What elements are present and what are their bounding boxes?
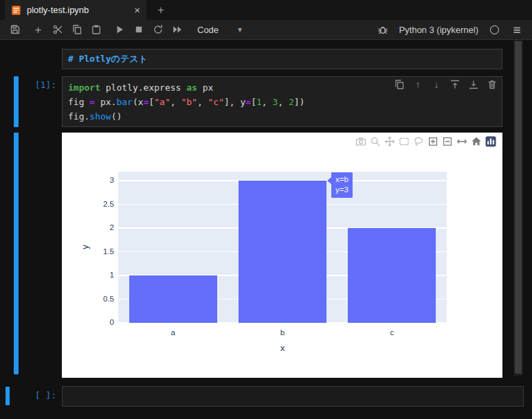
markdown-cell[interactable]: # Plotlyのテスト [62, 49, 502, 69]
plotly-modebar [355, 135, 496, 147]
chart-bar-c[interactable] [348, 228, 436, 323]
plot-area [118, 172, 447, 323]
chart-bar-a[interactable] [129, 275, 217, 323]
y-tick-label: 2 [84, 223, 114, 231]
code-line: fig.show() [68, 109, 496, 124]
notebook-area: # Plotlyのテスト [1]: import plotly.express … [0, 40, 532, 419]
code-cell[interactable]: import plotly.express as pxfig = px.bar(… [62, 76, 502, 127]
y-tick-label: 0.5 [84, 295, 114, 303]
y-tick-label: 1.5 [84, 247, 114, 256]
y-tick-label: 3 [84, 176, 114, 184]
tab-title: plotly-test.ipynb [27, 5, 129, 15]
paste-icon[interactable] [88, 22, 104, 38]
markdown-source: # Plotlyのテスト [68, 53, 496, 65]
zoom-icon[interactable] [369, 135, 381, 147]
run-icon[interactable] [111, 22, 127, 38]
notebook-toolbar: + Code ▾ Python 3 (ipykernel) ≡ [0, 20, 532, 40]
move-down-icon[interactable]: ↓ [431, 79, 442, 90]
plotly-logo-icon[interactable] [485, 135, 496, 147]
x-tick-label: b [228, 328, 337, 337]
y-tick-label: 2.5 [84, 200, 114, 208]
kernel-controls: Python 3 (ipykernel) ≡ [376, 23, 525, 36]
hover-tooltip: x=b y=3 [331, 172, 353, 198]
x-tick-label: a [118, 328, 228, 337]
y-tick-label: 0 [84, 318, 114, 326]
zoom-out-icon[interactable] [441, 135, 453, 147]
output-area: y x x=b y=3 00.511.522.53abc [62, 133, 502, 378]
jupyterlab-window: plotly-test.ipynb × + + Code ▾ Python 3 … [0, 0, 532, 419]
restart-icon[interactable] [150, 22, 166, 38]
close-icon[interactable]: × [134, 4, 140, 16]
tab-plotly-test[interactable]: plotly-test.ipynb × [5, 0, 146, 20]
delete-icon[interactable] [487, 79, 498, 90]
cell-type-value: Code [197, 25, 219, 35]
save-icon[interactable] [7, 22, 23, 38]
tooltip-line: x=b [335, 174, 348, 185]
x-tick-label: c [337, 328, 447, 337]
tooltip-line: y=3 [335, 185, 348, 195]
output-collapser[interactable] [14, 133, 19, 374]
input-collapser[interactable] [14, 76, 19, 127]
tab-bar: plotly-test.ipynb × + [0, 0, 532, 20]
empty-cell-collapser[interactable] [5, 387, 10, 405]
cell-toolbar: ↑↓ [394, 79, 498, 90]
toolbar-buttons: + [7, 22, 185, 38]
chevron-down-icon: ▾ [238, 25, 242, 34]
debugger-bug-icon[interactable] [376, 23, 390, 36]
camera-icon[interactable] [355, 135, 366, 147]
lasso-icon[interactable] [412, 135, 424, 147]
y-tick-label: 1 [84, 271, 114, 279]
move-up-icon[interactable]: ↑ [412, 79, 423, 90]
code-line: fig = px.bar(x=["a", "b", "c"], y=[1, 3,… [68, 95, 496, 109]
fast-forward-icon[interactable] [169, 22, 185, 38]
chart-bar-b[interactable] [239, 181, 326, 323]
execution-prompt: [1]: [0, 80, 56, 90]
kernel-name[interactable]: Python 3 (ipykernel) [399, 25, 478, 35]
box-select-icon[interactable] [398, 135, 410, 147]
stop-icon[interactable] [131, 22, 146, 38]
insert-below-icon[interactable] [468, 79, 479, 90]
kernel-status-icon[interactable] [487, 23, 501, 36]
zoom-in-icon[interactable] [427, 135, 439, 147]
scrollbar-thumb[interactable] [515, 41, 522, 374]
new-tab-button[interactable]: + [152, 0, 170, 20]
duplicate-icon[interactable] [394, 79, 405, 90]
cut-icon[interactable] [49, 22, 65, 38]
add-icon[interactable]: + [30, 22, 46, 38]
scrollbar[interactable] [513, 40, 523, 376]
x-axis-label: x [118, 343, 447, 353]
pan-icon[interactable] [384, 135, 395, 147]
menu-icon[interactable]: ≡ [510, 23, 524, 36]
copy-icon[interactable] [69, 22, 85, 38]
empty-code-cell[interactable] [62, 386, 524, 407]
home-icon[interactable] [470, 135, 482, 147]
autoscale-icon[interactable] [456, 135, 467, 147]
notebook-icon [11, 5, 21, 16]
insert-above-icon[interactable] [450, 79, 461, 90]
cell-type-dropdown[interactable]: Code ▾ [197, 25, 242, 35]
